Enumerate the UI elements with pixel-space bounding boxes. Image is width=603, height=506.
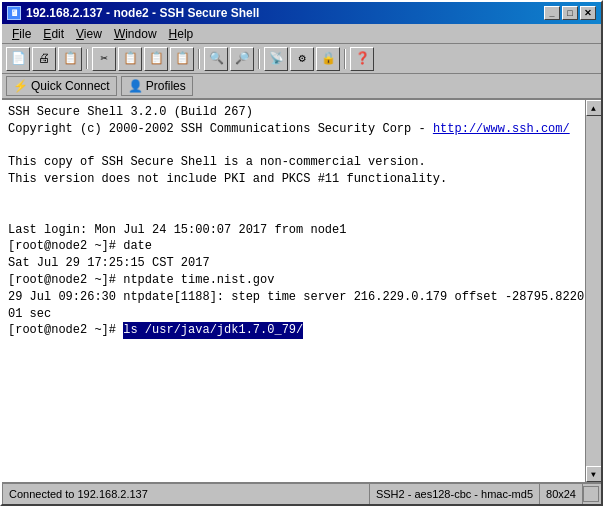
terminal[interactable]: SSH Secure Shell 3.2.0 (Build 267) Copyr… xyxy=(2,100,585,482)
toolbar-sep3 xyxy=(258,49,260,69)
status-bar: Connected to 192.168.2.137 SSH2 - aes128… xyxy=(2,482,601,504)
profiles-button[interactable]: 👤 Profiles xyxy=(121,76,193,96)
profiles-label: Profiles xyxy=(146,79,186,93)
menu-window[interactable]: Window xyxy=(108,26,163,42)
app-icon: 🖥 xyxy=(7,6,21,20)
toolbar-connect[interactable]: 📡 xyxy=(264,47,288,71)
scrollbar: ▲ ▼ xyxy=(585,100,601,482)
window-title: 192.168.2.137 - node2 - SSH Secure Shell xyxy=(26,6,259,20)
maximize-button[interactable]: □ xyxy=(562,6,578,20)
quick-connect-icon: ⚡ xyxy=(13,79,28,93)
quick-bar: ⚡ Quick Connect 👤 Profiles xyxy=(2,74,601,100)
menu-file[interactable]: File xyxy=(6,26,37,42)
toolbar-find2[interactable]: 🔎 xyxy=(230,47,254,71)
toolbar-find[interactable]: 🔍 xyxy=(204,47,228,71)
toolbar-lock[interactable]: 🔒 xyxy=(316,47,340,71)
status-size: 80x24 xyxy=(540,484,583,504)
quick-connect-button[interactable]: ⚡ Quick Connect xyxy=(6,76,117,96)
menu-edit[interactable]: Edit xyxy=(37,26,70,42)
terminal-wrapper: SSH Secure Shell 3.2.0 (Build 267) Copyr… xyxy=(2,100,601,482)
scroll-up-button[interactable]: ▲ xyxy=(586,100,602,116)
status-size-text: 80x24 xyxy=(546,488,576,500)
main-window: 🖥 192.168.2.137 - node2 - SSH Secure She… xyxy=(0,0,603,506)
toolbar-paste2[interactable]: 📋 xyxy=(170,47,194,71)
title-bar: 🖥 192.168.2.137 - node2 - SSH Secure She… xyxy=(2,2,601,24)
status-icon xyxy=(583,486,599,502)
toolbar-new[interactable]: 📄 xyxy=(6,47,30,71)
menu-help[interactable]: Help xyxy=(163,26,200,42)
terminal-line-1: SSH Secure Shell 3.2.0 (Build 267) Copyr… xyxy=(8,105,584,337)
toolbar-print[interactable]: 🖨 xyxy=(32,47,56,71)
minimize-button[interactable]: _ xyxy=(544,6,560,20)
status-connected-text: Connected to 192.168.2.137 xyxy=(9,488,148,500)
menu-bar: File Edit View Window Help xyxy=(2,24,601,44)
toolbar-cut[interactable]: ✂ xyxy=(92,47,116,71)
toolbar: 📄 🖨 📋 ✂ 📋 📋 📋 🔍 🔎 📡 ⚙ 🔒 ❓ xyxy=(2,44,601,74)
toolbar-paste[interactable]: 📋 xyxy=(118,47,142,71)
quick-connect-label: Quick Connect xyxy=(31,79,110,93)
toolbar-copy2[interactable]: 📋 xyxy=(144,47,168,71)
toolbar-sep1 xyxy=(86,49,88,69)
toolbar-help[interactable]: ❓ xyxy=(350,47,374,71)
status-encryption-text: SSH2 - aes128-cbc - hmac-md5 xyxy=(376,488,533,500)
title-bar-left: 🖥 192.168.2.137 - node2 - SSH Secure She… xyxy=(7,6,259,20)
ssh-link[interactable]: http://www.ssh.com/ xyxy=(433,122,570,136)
menu-view[interactable]: View xyxy=(70,26,108,42)
toolbar-copy[interactable]: 📋 xyxy=(58,47,82,71)
toolbar-sep2 xyxy=(198,49,200,69)
close-button[interactable]: ✕ xyxy=(580,6,596,20)
profiles-icon: 👤 xyxy=(128,79,143,93)
status-connected: Connected to 192.168.2.137 xyxy=(2,484,370,504)
toolbar-settings[interactable]: ⚙ xyxy=(290,47,314,71)
scroll-down-button[interactable]: ▼ xyxy=(586,466,602,482)
title-controls: _ □ ✕ xyxy=(544,6,596,20)
toolbar-sep4 xyxy=(344,49,346,69)
status-encryption: SSH2 - aes128-cbc - hmac-md5 xyxy=(370,484,540,504)
terminal-cursor: ls /usr/java/jdk1.7.0_79/ xyxy=(123,322,303,339)
scroll-track[interactable] xyxy=(586,116,601,466)
